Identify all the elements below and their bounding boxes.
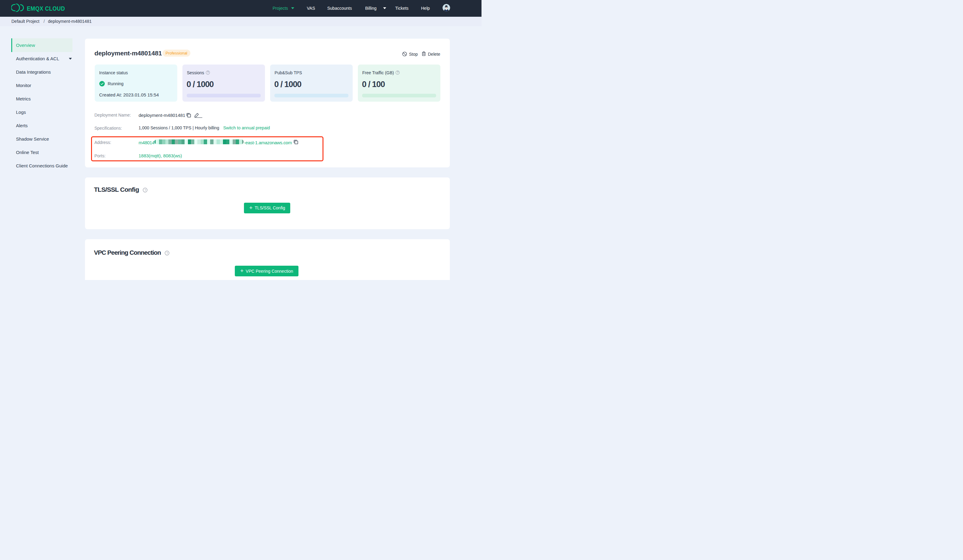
svg-text:?: ?	[145, 188, 146, 191]
svg-text:?: ?	[166, 251, 168, 254]
